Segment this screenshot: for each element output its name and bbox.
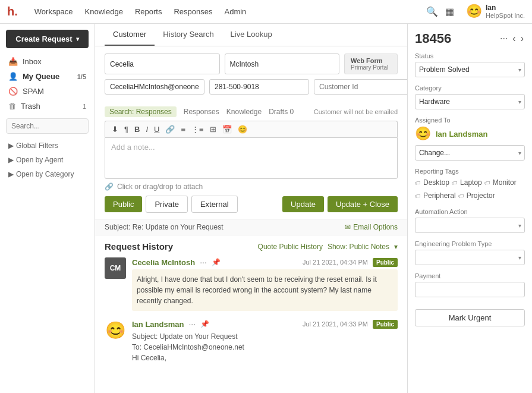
phone-field[interactable]	[209, 79, 309, 95]
toolbar-bullet-list-icon[interactable]: ≡	[179, 124, 187, 135]
entry-text-2: Hi Cecelia,	[132, 353, 398, 363]
nav-admin[interactable]: Admin	[224, 7, 246, 16]
email-field[interactable]	[105, 79, 204, 95]
mark-urgent-button[interactable]: Mark Urgent	[415, 309, 525, 326]
search-input[interactable]	[6, 118, 89, 134]
engineering-select[interactable]	[415, 250, 525, 265]
tag-icon-peripheral: 🏷	[415, 193, 421, 199]
toolbar-calendar-icon[interactable]: 📅	[221, 124, 234, 135]
editor-body[interactable]: Add a note...	[105, 137, 398, 179]
editor-tab-drafts[interactable]: Drafts 0	[269, 106, 294, 117]
toolbar-ordered-list-icon[interactable]: ⋮≡	[190, 124, 206, 135]
nav-responses[interactable]: Responses	[174, 7, 212, 16]
category-select[interactable]: Hardware	[415, 94, 525, 109]
public-button[interactable]: Public	[105, 196, 142, 212]
history-controls: Quote Public History Show: Public Notes …	[258, 243, 398, 251]
trash-badge: 1	[83, 103, 86, 110]
toolbar-link-icon[interactable]: 🔗	[163, 124, 177, 135]
toolbar-table-icon[interactable]: ⊞	[208, 124, 218, 135]
chevron-right-icon: ▶	[8, 142, 14, 150]
grid-icon[interactable]: ▦	[445, 6, 454, 17]
toolbar-emoji-icon[interactable]: 😊	[236, 124, 249, 135]
tab-history-search[interactable]: History Search	[155, 24, 222, 46]
sidebar-item-inbox[interactable]: 📥 Inbox	[0, 54, 95, 69]
private-button[interactable]: Private	[146, 196, 187, 213]
sidebar-item-open-by-category[interactable]: ▶ Open by Category	[0, 167, 95, 181]
action-buttons: Public Private External Update Update + …	[105, 196, 398, 213]
entry-actions-1[interactable]: ···	[200, 257, 207, 267]
more-options-button[interactable]: ···	[499, 32, 509, 45]
attach-area[interactable]: Click or drag/drop to attach	[117, 183, 398, 191]
payment-input[interactable]	[415, 282, 525, 297]
last-name-field[interactable]	[225, 54, 340, 74]
entry-name-1[interactable]: Cecelia McIntosh	[132, 258, 195, 267]
sidebar-item-global-filters[interactable]: ▶ Global Filters	[0, 139, 95, 153]
quote-public-link[interactable]: Quote Public History	[258, 243, 323, 251]
automation-select[interactable]	[415, 218, 525, 233]
entry-timestamp-1: Jul 21 2021, 04:34 PM	[303, 259, 368, 266]
email-options-button[interactable]: ✉ Email Options	[345, 223, 398, 231]
nav-workspace[interactable]: Workspace	[34, 7, 73, 16]
tab-customer[interactable]: Customer	[105, 24, 155, 46]
user-name: Ian	[486, 4, 525, 12]
sidebar-label-trash: Trash	[21, 102, 40, 111]
status-select[interactable]: Problem Solved	[415, 62, 525, 77]
status-section: Status Problem Solved	[415, 52, 525, 77]
entry-name-2[interactable]: Ian Landsman	[132, 320, 184, 329]
tag-icon-laptop: 🏷	[452, 180, 458, 186]
category-select-wrapper: Hardware	[415, 94, 525, 109]
editor-toolbar: ⬇ ¶ B I U 🔗 ≡ ⋮≡ ⊞ 📅 😊	[105, 121, 398, 137]
sidebar-item-open-by-agent[interactable]: ▶ Open by Agent	[0, 153, 95, 167]
sidebar-label-myqueue: My Queue	[23, 72, 59, 81]
nav-reports[interactable]: Reports	[135, 7, 162, 16]
entry-to-2: To: CeceliaHMcIntosh@oneone.net	[132, 342, 398, 353]
chevron-right-icon-2: ▶	[8, 156, 14, 164]
editor-tab-knowledge[interactable]: Knowledge	[226, 106, 262, 117]
nav-knowledge[interactable]: Knowledge	[85, 7, 123, 16]
entry-actions-2[interactable]: ···	[188, 319, 196, 329]
automation-label: Automation Action	[415, 208, 525, 215]
show-label[interactable]: Show: Public Notes	[328, 243, 389, 251]
customer-id-field[interactable]	[314, 79, 407, 95]
top-nav: h. Workspace Knowledge Reports Responses…	[0, 0, 532, 24]
history-title: Request History	[105, 241, 173, 251]
pin-icon-2[interactable]: 📌	[200, 320, 209, 328]
sidebar-item-trash[interactable]: 🗑 Trash 1	[0, 99, 95, 114]
toolbar-bold-icon[interactable]: B	[133, 124, 141, 135]
sidebar-item-myqueue[interactable]: 👤 My Queue 1/5	[0, 69, 95, 84]
create-request-button[interactable]: Create Request ▾	[6, 30, 89, 48]
sidebar-item-spam[interactable]: 🚫 SPAM	[0, 84, 95, 99]
table-row: CM Cecelia McIntosh ··· 📌 Jul 21 2021, 0…	[105, 257, 398, 311]
trash-icon: 🗑	[8, 102, 16, 111]
previous-ticket-button[interactable]: ‹	[511, 32, 517, 45]
editor-tab-responses[interactable]: Responses	[184, 106, 219, 117]
toolbar-underline-icon[interactable]: U	[152, 124, 161, 135]
toolbar-italic-icon[interactable]: I	[144, 124, 150, 135]
change-agent-select[interactable]: Change...	[415, 145, 525, 161]
entry-avatar-cm: CM	[105, 257, 126, 279]
search-icon[interactable]: 🔍	[426, 6, 438, 17]
entry-avatar-ian: 😊	[105, 319, 126, 341]
chevron-right-icon-3: ▶	[8, 170, 14, 178]
ticket-id-row: 18456 ··· ‹ ›	[415, 31, 525, 46]
tags-label: Reporting Tags	[415, 168, 525, 175]
history-header: Request History Quote Public History Sho…	[105, 241, 398, 251]
toolbar-paragraph-icon[interactable]: ¶	[122, 124, 130, 135]
next-ticket-button[interactable]: ›	[520, 32, 525, 45]
editor-area: Search: Responses Responses Knowledge Dr…	[95, 106, 407, 219]
tab-live-lookup[interactable]: Live Lookup	[222, 24, 281, 46]
email-options-label: Email Options	[353, 223, 398, 231]
pin-icon-1[interactable]: 📌	[212, 258, 221, 266]
update-button[interactable]: Update	[282, 196, 324, 212]
toolbar-download-icon[interactable]: ⬇	[110, 124, 120, 135]
update-close-button[interactable]: Update + Close	[328, 196, 398, 212]
entry-body-2: Ian Landsman ··· 📌 Jul 21 2021, 04:33 PM…	[132, 319, 398, 363]
external-button[interactable]: External	[191, 196, 238, 213]
subject-line: Subject: Re: Update on Your Request ✉ Em…	[95, 219, 407, 235]
tags-section: Reporting Tags 🏷 Desktop 🏷 Laptop 🏷 Moni…	[415, 168, 525, 201]
entry-text-1: Alright, I have done that but I don't se…	[132, 269, 398, 311]
first-name-field[interactable]	[105, 54, 220, 74]
user-menu[interactable]: 😊 Ian HelpSpot Inc.	[466, 4, 525, 20]
sidebar-label-open-by-agent: Open by Agent	[16, 156, 63, 164]
editor-tab-search-responses[interactable]: Search: Responses	[105, 106, 177, 117]
